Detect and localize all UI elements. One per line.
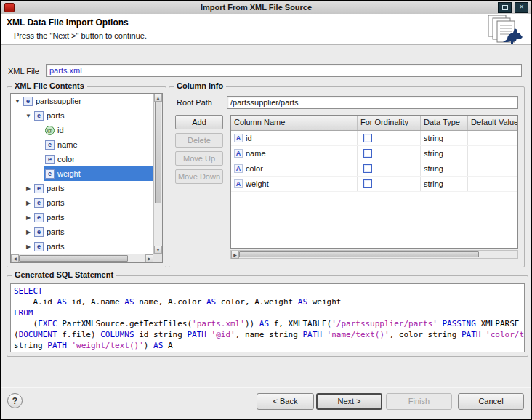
tree-vertical-scrollbar[interactable]: ▲ ▼ [153,94,162,254]
tree-expander-collapsed-icon[interactable]: ▶ [23,243,33,250]
tree-item-highlight: eparts [33,195,153,210]
tree-item-parts-10[interactable]: ▶eparts [11,239,153,254]
tree-item-parts-9[interactable]: ▶eparts [11,225,153,239]
window-title: Import From XML File Source [15,3,498,12]
columns-table[interactable]: Column NameFor OrdinalityData TypeDefaul… [230,115,518,249]
tree-expander-collapsed-icon[interactable]: ▶ [23,214,33,221]
tree-item-parts-8[interactable]: ▶eparts [11,210,153,225]
table-body: AidstringAnamestringAcolorstringAweights… [231,131,517,192]
close-button[interactable]: ✕ [515,2,528,13]
help-button[interactable]: ? [7,393,23,408]
xml-file-field[interactable]: parts.xml [46,64,522,77]
tree-horizontal-scrollbar[interactable]: ◀ ▶ [11,254,153,262]
move-down-button[interactable]: Move Down [175,169,223,184]
scroll-right-icon[interactable]: ▶ [145,254,153,262]
default-value-cell [468,131,517,145]
column-row-name[interactable]: Anamestring [231,146,517,161]
for-ordinality-checkbox[interactable] [363,149,372,158]
column-header-data-type[interactable]: Data Type [421,116,468,130]
generated-sql-group: Generated SQL Statement SELECT A.id AS i… [7,275,528,357]
column-header-for-ordinality[interactable]: For Ordinality [358,116,421,130]
data-type-cell: string [421,177,468,191]
table-button-column: AddDeleteMove UpMove Down [175,115,223,187]
tree-indent [11,108,23,123]
tree-item-id-2[interactable]: @id [11,123,153,137]
column-row-color[interactable]: Acolorstring [231,161,517,177]
xml-file-contents-group: XML File Contents ▼epartssupplier▼eparts… [7,86,166,267]
string-type-icon: A [234,164,243,173]
column-header-column-name[interactable]: Column Name [231,116,358,130]
wizard-banner-icon [485,15,524,44]
xml-contents-tree[interactable]: ▼epartssupplier▼eparts@idenameecolorewei… [10,93,163,263]
tree-expander-collapsed-icon[interactable]: ▶ [23,229,33,235]
default-value-cell [468,177,517,191]
move-up-button[interactable]: Move Up [175,151,223,166]
tree-item-highlight: eparts [33,210,153,225]
tree-item-name-3[interactable]: ename [11,137,153,152]
scroll-left-icon[interactable]: ◀ [11,254,19,262]
scroll-down-icon[interactable]: ▼ [154,246,162,254]
column-header-default-value[interactable]: Default Value [468,116,517,130]
tree-item-label: name [57,140,78,149]
element-icon: e [45,140,55,150]
sql-statement-text[interactable]: SELECT A.id AS id, A.name AS name, A.col… [10,283,525,352]
column-name-text: color [246,164,263,173]
scroll-right-icon[interactable]: ▶ [231,251,239,259]
cancel-button[interactable]: Cancel [458,393,524,410]
tree-indent [11,181,23,195]
sql-line: A.id AS id, A.name AS name, A.color AS c… [14,296,521,307]
add-button[interactable]: Add [175,115,223,129]
table-horizontal-scrollbar[interactable]: ◀ ▶ [230,250,518,259]
tree-item-highlight: ecolor [44,152,153,166]
close-icon: ✕ [519,4,524,10]
sql-group-title: Generated SQL Statement [12,270,116,279]
tree-item-weight-5[interactable]: eweight [11,166,153,181]
tree-item-parts-6[interactable]: ▶eparts [11,181,153,195]
column-row-id[interactable]: Aidstring [231,131,517,146]
delete-button[interactable]: Delete [175,133,223,148]
element-icon: e [45,155,55,164]
tree-indent [11,239,23,254]
next-button[interactable]: Next > [316,393,382,410]
maximize-button[interactable] [498,2,512,13]
column-row-weight[interactable]: Aweightstring [231,177,517,192]
finish-button[interactable]: Finish [386,393,452,410]
tree-expander-expanded-icon[interactable]: ▼ [12,98,23,105]
vertical-scroll-thumb[interactable] [155,102,161,203]
tree-item-label: weight [57,169,81,178]
scroll-up-icon[interactable]: ▲ [154,94,162,102]
tree-item-parts-1[interactable]: ▼eparts [11,108,153,123]
titlebar[interactable]: Import From XML File Source ✕ [1,1,531,15]
element-icon: e [34,184,44,193]
tree-item-label: parts [47,184,64,193]
root-path-field[interactable]: /partssupplier/parts [227,96,518,109]
tree-indent [11,152,34,166]
tree-expander-collapsed-icon[interactable]: ▶ [23,200,33,206]
import-xml-dialog: Import From XML File Source ✕ XML Data F… [0,0,532,420]
tree-item-color-4[interactable]: ecolor [11,152,153,166]
tree-item-label: parts [47,213,64,222]
tree-item-label: partssupplier [36,97,81,105]
element-icon: e [34,227,44,237]
tree-item-parts-7[interactable]: ▶eparts [11,195,153,210]
horizontal-scroll-thumb[interactable] [19,255,128,262]
tree-item-highlight: eweight [44,166,153,181]
tree-item-highlight: eparts [33,181,153,195]
for-ordinality-checkbox[interactable] [363,134,372,142]
tree-item-partssupplier-0[interactable]: ▼epartssupplier [11,94,153,108]
for-ordinality-checkbox[interactable] [363,164,372,173]
tree-expander-expanded-icon[interactable]: ▼ [23,113,33,119]
sql-line: string PATH 'weight/text()') AS A [14,340,521,351]
column-info-group: Column Info Root Path /partssupplier/par… [169,86,525,267]
sql-line: FROM [14,307,521,318]
window-icon [4,3,15,12]
back-button[interactable]: < Back [257,393,314,410]
table-scroll-thumb[interactable] [239,251,479,257]
for-ordinality-checkbox[interactable] [363,179,372,188]
tree-item-label: parts [47,198,64,207]
scrollbar-corner [153,254,162,262]
element-icon: e [34,198,44,208]
tree-expander-collapsed-icon[interactable]: ▶ [23,185,33,192]
tree-item-highlight: eparts [33,239,153,254]
sql-line: SELECT [14,286,521,296]
